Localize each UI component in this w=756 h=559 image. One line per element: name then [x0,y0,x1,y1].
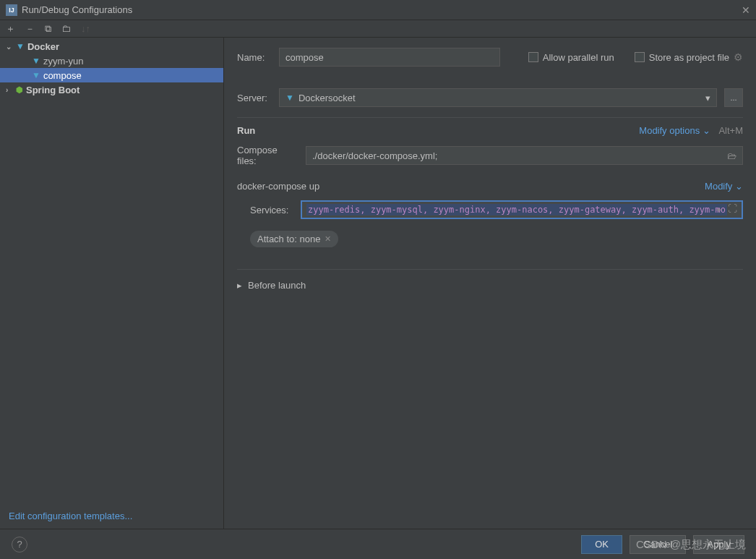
docker-icon: ▼ [16,41,25,51]
cancel-button[interactable]: Cancel [630,535,686,554]
tree-label: compose [43,70,82,81]
server-value: Dockersocket [298,93,356,103]
toolbar: ＋ － ⧉ 🗀 ↓↑ [0,20,756,38]
chevron-right-icon: ▸ [237,280,242,291]
compose-files-input[interactable]: ./docker/docker-compose.yml; 🗁 [306,146,743,165]
apply-button[interactable]: Apply [693,535,744,554]
config-tree: ⌄ ▼ Docker ▼ zyym-yun ▼ compose › ⬢ Spri… [0,38,223,503]
server-more-button[interactable]: ... [724,88,743,107]
plus-icon[interactable]: ＋ [714,203,723,216]
close-icon[interactable]: ✕ [742,4,750,16]
compose-files-value: ./docker/docker-compose.yml; [312,150,437,161]
app-icon: IJ [6,4,17,16]
modify-options-link[interactable]: Modify options ⌄ [639,125,713,136]
tree-label: Spring Boot [26,85,80,95]
docker-icon: ▼ [285,93,294,103]
services-label: Services: [250,205,293,216]
store-project-label: Store as project file [649,52,729,63]
window-title: Run/Debug Configurations [22,4,132,15]
tree-item-zyym-yun[interactable]: ▼ zyym-yun [0,54,223,68]
spring-icon: ⬢ [16,85,23,95]
docker-icon: ▼ [32,70,40,80]
name-label: Name: [237,52,272,63]
help-button[interactable]: ? [12,537,27,552]
server-label: Server: [237,93,272,103]
ok-button[interactable]: OK [581,535,622,554]
folder-save-icon[interactable]: 🗀 [61,23,71,34]
remove-icon[interactable]: － [25,22,35,35]
chevron-down-icon: ▾ [705,93,710,103]
tree-label: zyym-yun [43,56,84,67]
chevron-right-icon: › [6,86,13,94]
compose-files-label: Compose files: [237,145,298,166]
server-select[interactable]: ▼ Dockersocket ▾ [279,88,717,107]
add-icon[interactable]: ＋ [6,22,15,35]
sidebar: ⌄ ▼ Docker ▼ zyym-yun ▼ compose › ⬢ Spri… [0,38,224,529]
compose-up-label: docker-compose up [237,181,319,192]
tree-group-spring-boot[interactable]: › ⬢ Spring Boot [0,82,223,97]
tree-item-compose[interactable]: ▼ compose [0,68,223,82]
services-input[interactable]: zyym-redis, zyym-mysql, zyym-nginx, zyym… [301,200,743,219]
gear-icon[interactable]: ⚙ [734,51,743,63]
attach-to-chip[interactable]: Attach to: none ✕ [250,231,338,247]
chevron-down-icon: ⌄ [703,125,710,136]
sort-icon: ↓↑ [81,23,90,34]
copy-icon[interactable]: ⧉ [45,23,51,35]
store-project-checkbox[interactable] [635,52,645,62]
run-section-title: Run [237,125,255,136]
expand-icon[interactable]: ⛶ [728,203,737,216]
allow-parallel-checkbox[interactable] [528,52,538,62]
modify-shortcut: Alt+M [718,125,743,136]
content-panel: Name: Allow parallel run Store as projec… [224,38,756,529]
footer: ? OK Cancel Apply [0,529,756,559]
allow-parallel-label: Allow parallel run [543,52,614,63]
modify-link[interactable]: Modify ⌄ [705,181,743,192]
tree-label: Docker [27,41,59,52]
name-input[interactable] [279,48,500,67]
docker-icon: ▼ [32,56,40,66]
before-launch-label: Before launch [248,280,306,291]
folder-icon[interactable]: 🗁 [727,150,736,161]
tree-group-docker[interactable]: ⌄ ▼ Docker [0,39,223,54]
edit-templates-link[interactable]: Edit configuration templates... [0,503,223,529]
services-value: zyym-redis, zyym-mysql, zyym-nginx, zyym… [306,204,727,216]
attach-to-label: Attach to: none [257,234,320,244]
before-launch-section[interactable]: ▸ Before launch [237,269,743,291]
chevron-down-icon: ⌄ [735,181,743,192]
close-icon[interactable]: ✕ [325,234,331,244]
chevron-down-icon: ⌄ [6,43,13,51]
title-bar: IJ Run/Debug Configurations ✕ [0,0,756,20]
